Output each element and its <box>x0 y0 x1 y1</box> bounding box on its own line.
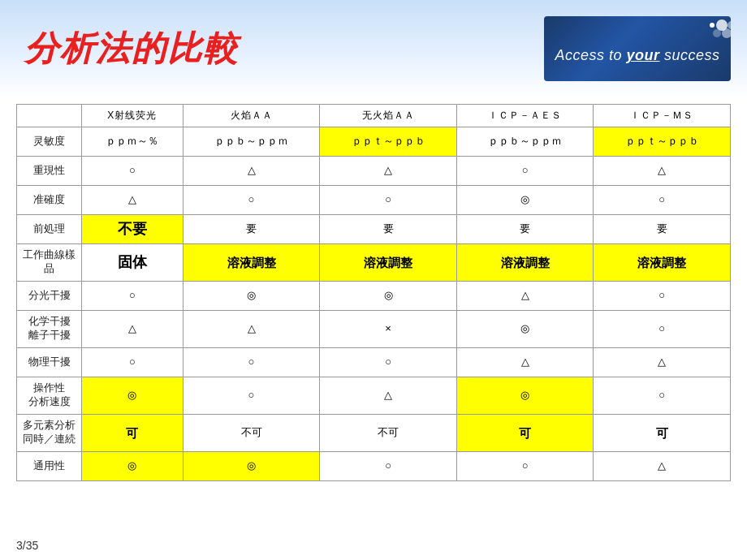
table-row: 化学干擾 離子干擾△△×◎○ <box>17 310 731 347</box>
table-cell: 溶液調整 <box>183 243 320 281</box>
row-label: 化学干擾 離子干擾 <box>17 310 82 347</box>
table-cell: ○ <box>594 185 731 214</box>
table-header-row: X射线荧光 火焰ＡＡ 无火焰ＡＡ ＩＣＰ－ＡＥＳ ＩＣＰ－ＭＳ <box>17 105 731 127</box>
table-cell: ◎ <box>456 377 594 414</box>
table-cell: ○ <box>82 156 184 185</box>
table-row: 操作性 分析速度◎○△◎○ <box>17 377 731 414</box>
row-label: 通用性 <box>17 451 82 480</box>
table-cell: ◎ <box>320 281 457 310</box>
table-cell: △ <box>82 185 184 214</box>
company-logo: Access to your success <box>544 16 731 81</box>
table-cell: △ <box>594 156 731 185</box>
table-cell: 溶液調整 <box>594 243 731 281</box>
row-label: 分光干擾 <box>17 281 82 310</box>
row-label: 多元素分析 同時／連続 <box>17 414 82 451</box>
table-row: 前処理不要要要要要 <box>17 214 731 243</box>
page-number: 3/35 <box>16 539 38 552</box>
table-cell: 要 <box>320 214 457 243</box>
table-cell: 可 <box>456 414 594 451</box>
table-cell: 溶液調整 <box>320 243 457 281</box>
row-label: 重現性 <box>17 156 82 185</box>
table-cell: ○ <box>183 185 320 214</box>
comparison-table-container: X射线荧光 火焰ＡＡ 无火焰ＡＡ ＩＣＰ－ＡＥＳ ＩＣＰ－ＭＳ 灵敏度ｐｐｍ～％… <box>0 97 747 481</box>
table-row: 灵敏度ｐｐｍ～％ｐｐｂ～ｐｐｍｐｐｔ～ｐｐｂｐｐｂ～ｐｐｍｐｐｔ～ｐｐｂ <box>17 127 731 156</box>
row-label: 前処理 <box>17 214 82 243</box>
table-cell: △ <box>594 451 731 480</box>
col-header-label <box>17 105 82 127</box>
table-cell: 要 <box>594 214 731 243</box>
table-cell: ○ <box>82 347 184 377</box>
table-cell: ｐｐｍ～％ <box>82 127 184 156</box>
table-cell: △ <box>82 310 184 347</box>
table-cell: 要 <box>456 214 594 243</box>
table-cell: ○ <box>320 185 457 214</box>
page-title: 分析法的比較 <box>24 26 239 71</box>
table-cell: × <box>320 310 457 347</box>
page-header: 分析法的比較 Access to your success <box>0 0 747 97</box>
col-header-flameless-aa: 无火焰ＡＡ <box>320 105 457 127</box>
table-cell: 可 <box>82 414 184 451</box>
table-cell: △ <box>320 156 457 185</box>
table-cell: ◎ <box>456 185 594 214</box>
table-cell: ○ <box>183 377 320 414</box>
table-cell: ◎ <box>183 451 320 480</box>
table-cell: △ <box>456 347 594 377</box>
table-cell: 不可 <box>183 414 320 451</box>
row-label: 灵敏度 <box>17 127 82 156</box>
table-cell: △ <box>594 347 731 377</box>
table-cell: ○ <box>594 310 731 347</box>
table-row: 工作曲線樣品固体溶液調整溶液調整溶液調整溶液調整 <box>17 243 731 281</box>
col-header-xray: X射线荧光 <box>82 105 184 127</box>
table-cell: 溶液調整 <box>456 243 594 281</box>
table-cell: ○ <box>320 451 457 480</box>
table-cell: 可 <box>594 414 731 451</box>
table-cell: 不可 <box>320 414 457 451</box>
logo-text: Access to your success <box>555 32 719 65</box>
table-cell: 不要 <box>82 214 184 243</box>
table-row: 重現性○△△○△ <box>17 156 731 185</box>
table-cell: ○ <box>183 347 320 377</box>
table-cell: ｐｐｔ～ｐｐｂ <box>320 127 457 156</box>
table-cell: ◎ <box>183 281 320 310</box>
table-cell: ○ <box>456 156 594 185</box>
col-header-flame-aa: 火焰ＡＡ <box>183 105 320 127</box>
table-cell: ◎ <box>456 310 594 347</box>
row-label: 工作曲線樣品 <box>17 243 82 281</box>
comparison-table: X射线荧光 火焰ＡＡ 无火焰ＡＡ ＩＣＰ－ＡＥＳ ＩＣＰ－ＭＳ 灵敏度ｐｐｍ～％… <box>16 104 731 481</box>
col-header-icp-ms: ＩＣＰ－ＭＳ <box>594 105 731 127</box>
table-cell: 固体 <box>82 243 184 281</box>
table-row: 物理干擾○○○△△ <box>17 347 731 377</box>
table-cell: ｐｐｂ～ｐｐｍ <box>456 127 594 156</box>
table-cell: ○ <box>82 281 184 310</box>
table-cell: ｐｐｔ～ｐｐｂ <box>594 127 731 156</box>
row-label: 准確度 <box>17 185 82 214</box>
col-header-icp-aes: ＩＣＰ－ＡＥＳ <box>456 105 594 127</box>
table-cell: △ <box>320 377 457 414</box>
row-label: 物理干擾 <box>17 347 82 377</box>
table-cell: △ <box>456 281 594 310</box>
table-cell: △ <box>183 310 320 347</box>
table-cell: ○ <box>320 347 457 377</box>
table-cell: △ <box>183 156 320 185</box>
table-row: 准確度△○○◎○ <box>17 185 731 214</box>
table-row: 多元素分析 同時／連続可不可不可可可 <box>17 414 731 451</box>
row-label: 操作性 分析速度 <box>17 377 82 414</box>
table-body: 灵敏度ｐｐｍ～％ｐｐｂ～ｐｐｍｐｐｔ～ｐｐｂｐｐｂ～ｐｐｍｐｐｔ～ｐｐｂ重現性○… <box>17 127 731 480</box>
table-cell: 要 <box>183 214 320 243</box>
table-cell: ｐｐｂ～ｐｐｍ <box>183 127 320 156</box>
table-row: 通用性◎◎○○△ <box>17 451 731 480</box>
table-cell: ◎ <box>82 451 184 480</box>
table-cell: ◎ <box>82 377 184 414</box>
table-row: 分光干擾○◎◎△○ <box>17 281 731 310</box>
table-cell: ○ <box>594 377 731 414</box>
table-cell: ○ <box>594 281 731 310</box>
table-cell: ○ <box>456 451 594 480</box>
